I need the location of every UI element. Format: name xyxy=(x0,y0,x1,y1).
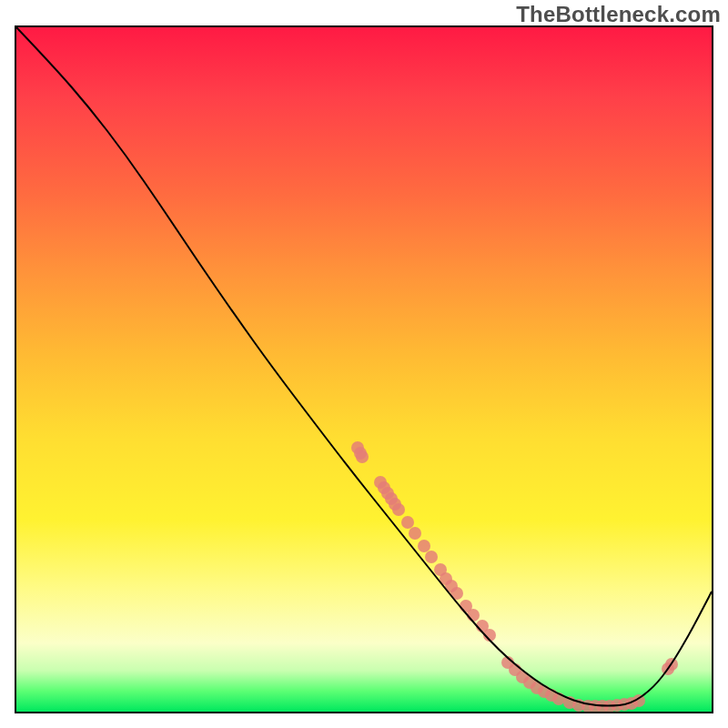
plot-area xyxy=(15,25,713,713)
bottleneck-curve xyxy=(16,27,712,706)
curve-marker xyxy=(356,450,369,463)
curve-marker xyxy=(425,551,438,563)
curve-marker xyxy=(392,503,405,516)
curve-marker xyxy=(409,527,421,540)
chart-container: TheBottleneck.com xyxy=(0,0,728,728)
curve-markers xyxy=(351,441,678,712)
curve-layer xyxy=(16,27,712,712)
curve-marker xyxy=(467,609,480,622)
watermark-text: TheBottleneck.com xyxy=(516,2,721,27)
curve-marker xyxy=(418,540,430,552)
curve-marker xyxy=(401,516,414,529)
